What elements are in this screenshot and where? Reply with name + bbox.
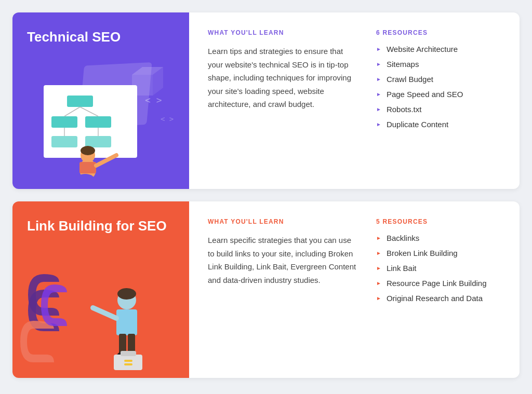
list-item[interactable]: ►Sitemaps [376, 60, 501, 69]
list-item[interactable]: ►Resource Page Link Building [376, 279, 501, 288]
technical-seo-image: Technical SEO < > < > [12, 12, 189, 189]
link-building-body: WHAT YOU'LL LEARN Learn specific strateg… [189, 201, 520, 378]
technical-seo-resources-count: 6 RESOURCES [376, 29, 501, 36]
arrow-icon: ► [376, 280, 381, 286]
svg-rect-33 [124, 363, 132, 365]
list-item[interactable]: ►Website Architecture [376, 45, 501, 53]
technical-seo-illustration: < > < > [12, 54, 189, 189]
svg-rect-30 [114, 355, 142, 370]
arrow-icon: ► [376, 250, 381, 256]
arrow-icon: ► [376, 265, 381, 271]
link-building-resources-count: 5 RESOURCES [376, 218, 501, 225]
technical-seo-resource-list: ►Website Architecture ►Sitemaps ►Crawl B… [376, 45, 501, 129]
arrow-icon: ► [376, 295, 381, 301]
arrow-icon: ► [376, 61, 381, 67]
link-building-description: Learn specific strategies that you can u… [208, 234, 360, 287]
list-item[interactable]: ►Backlinks [376, 234, 501, 242]
arrow-icon: ► [376, 106, 381, 112]
svg-line-25 [93, 308, 116, 318]
link-building-resource-list: ►Backlinks ►Broken Link Building ►Link B… [376, 234, 501, 303]
technical-seo-body: WHAT YOU'LL LEARN Learn tips and strateg… [189, 12, 520, 189]
link-building-title: Link Building for SEO [27, 218, 175, 234]
svg-point-21 [75, 174, 96, 188]
svg-rect-19 [79, 162, 96, 173]
resource-name: Crawl Budget [387, 75, 433, 84]
link-building-image: Link Building for SEO [12, 201, 189, 378]
arrow-icon: ► [376, 235, 381, 241]
list-item[interactable]: ►Page Speed and SEO [376, 90, 501, 99]
arrow-icon: ► [376, 121, 381, 127]
resource-name: Duplicate Content [387, 120, 448, 129]
svg-rect-24 [116, 309, 137, 335]
resource-name: Original Research and Data [387, 294, 483, 303]
resource-name: Resource Page Link Building [387, 279, 487, 288]
resource-name: Sitemaps [387, 60, 419, 69]
technical-seo-description: Learn tips and strategies to ensure that… [208, 45, 360, 111]
svg-text:< >: < > [145, 94, 162, 105]
list-item[interactable]: ►Crawl Budget [376, 75, 501, 84]
list-item[interactable]: ►Duplicate Content [376, 120, 501, 129]
svg-rect-3 [51, 116, 77, 128]
list-item[interactable]: ►Broken Link Building [376, 249, 501, 257]
svg-rect-4 [85, 116, 111, 128]
list-item[interactable]: ►Link Bait [376, 264, 501, 273]
resource-name: Backlinks [387, 234, 419, 242]
svg-rect-31 [121, 351, 136, 356]
svg-point-17 [81, 146, 95, 155]
technical-seo-title: Technical SEO [27, 29, 175, 45]
svg-rect-5 [51, 136, 77, 147]
svg-rect-6 [85, 136, 111, 147]
svg-point-23 [117, 288, 136, 300]
svg-rect-2 [67, 96, 93, 107]
svg-text:< >: < > [161, 115, 174, 123]
technical-seo-learn: WHAT YOU'LL LEARN Learn tips and strateg… [208, 29, 376, 172]
technical-seo-card: Technical SEO < > < > [12, 12, 520, 189]
link-building-card: Link Building for SEO [12, 201, 520, 378]
svg-rect-32 [124, 360, 132, 362]
link-building-what-label: WHAT YOU'LL LEARN [208, 218, 360, 225]
resource-name: Link Bait [387, 264, 417, 273]
arrow-icon: ► [376, 91, 381, 97]
link-building-illustration [12, 233, 189, 378]
resource-name: Page Speed and SEO [387, 90, 463, 99]
arrow-icon: ► [376, 46, 381, 52]
resource-name: Website Architecture [387, 45, 458, 53]
list-item[interactable]: ►Original Research and Data [376, 294, 501, 303]
link-building-resources: 5 RESOURCES ►Backlinks ►Broken Link Buil… [376, 218, 501, 361]
arrow-icon: ► [376, 76, 381, 82]
resource-name: Robots.txt [387, 105, 422, 114]
resource-name: Broken Link Building [387, 249, 458, 257]
link-building-learn: WHAT YOU'LL LEARN Learn specific strateg… [208, 218, 376, 361]
list-item[interactable]: ►Robots.txt [376, 105, 501, 114]
technical-seo-resources: 6 RESOURCES ►Website Architecture ►Sitem… [376, 29, 501, 172]
technical-seo-what-label: WHAT YOU'LL LEARN [208, 29, 360, 36]
svg-marker-11 [132, 75, 153, 96]
